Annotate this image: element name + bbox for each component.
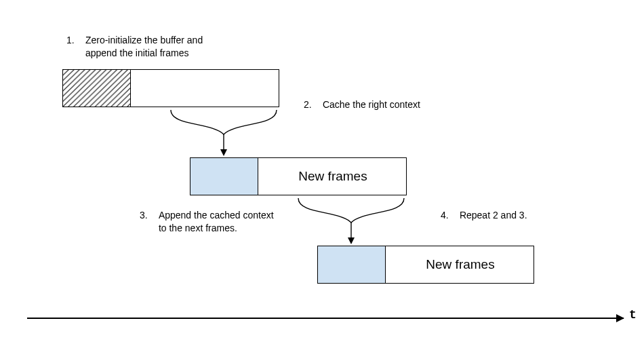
step-3-number: 3. bbox=[140, 209, 156, 222]
new-frames-label-1: New frames bbox=[258, 158, 407, 195]
buffer-row-2: New frames bbox=[190, 157, 407, 195]
step-3-caption: 3. Append the cached context to the next… bbox=[140, 209, 274, 235]
step-2-text: Cache the right context bbox=[323, 98, 420, 111]
brace-1 bbox=[168, 107, 279, 157]
svg-rect-0 bbox=[63, 70, 130, 107]
step-3-text: Append the cached context to the next fr… bbox=[159, 209, 274, 235]
step-2-number: 2. bbox=[304, 98, 320, 111]
context-segment-2 bbox=[190, 158, 258, 195]
brace-2 bbox=[296, 195, 407, 246]
step-1-caption: 1. Zero-initialize the buffer and append… bbox=[66, 34, 203, 60]
buffer-row-1 bbox=[62, 69, 279, 107]
time-axis-label: t bbox=[629, 308, 637, 322]
time-axis bbox=[27, 318, 624, 319]
step-1-text: Zero-initialize the buffer and append th… bbox=[85, 34, 203, 60]
new-frames-label-2: New frames bbox=[386, 246, 535, 283]
step-1-number: 1. bbox=[66, 34, 83, 47]
step-4-number: 4. bbox=[441, 209, 457, 222]
buffer-row-3: New frames bbox=[317, 246, 534, 284]
step-4-text: Repeat 2 and 3. bbox=[460, 209, 527, 222]
step-2-caption: 2. Cache the right context bbox=[304, 98, 420, 111]
step-4-caption: 4. Repeat 2 and 3. bbox=[441, 209, 527, 222]
context-segment-3 bbox=[318, 246, 386, 283]
initial-frames-segment bbox=[63, 70, 131, 107]
